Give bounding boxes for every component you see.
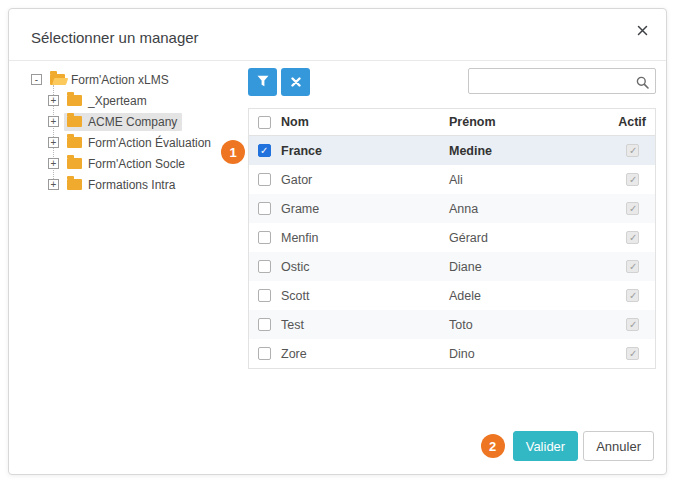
actif-checkbox (626, 202, 639, 215)
cell-nom: Zore (281, 347, 449, 361)
tree-node[interactable]: _Xperteam (64, 92, 152, 110)
table-row[interactable]: Scott Adele (249, 281, 655, 310)
funnel-icon (257, 75, 269, 90)
dialog-header: Sélectionner un manager (9, 9, 666, 60)
actif-checkbox (626, 347, 639, 360)
step-2-badge: 2 (481, 434, 505, 458)
actif-checkbox (626, 260, 639, 273)
folder-icon (67, 179, 82, 190)
cell-nom: France (281, 144, 449, 158)
folder-icon (50, 74, 65, 85)
tree-item[interactable]: - Form'Action xLMS (31, 69, 248, 90)
cell-prenom: Adele (449, 289, 626, 303)
table-header: Nom Prénom Actif (249, 109, 655, 136)
cell-prenom: Diane (449, 260, 626, 274)
cell-nom: Gator (281, 173, 449, 187)
tree-node[interactable]: Form'Action Évaluation (64, 134, 216, 152)
tree-expander-icon[interactable]: + (48, 158, 59, 169)
x-cross-icon (291, 75, 301, 90)
row-checkbox[interactable] (258, 173, 271, 186)
tree-item-label: Form'Action Évaluation (88, 136, 211, 150)
select-all-checkbox[interactable] (258, 116, 271, 129)
dialog-footer: 2 Valider Annuler (9, 431, 666, 474)
row-checkbox[interactable] (258, 144, 271, 157)
row-checkbox[interactable] (258, 202, 271, 215)
close-icon[interactable] (634, 22, 650, 38)
actif-checkbox (626, 318, 639, 331)
tree-item[interactable]: + _Xperteam (48, 90, 248, 111)
table-row[interactable]: Test Toto (249, 310, 655, 339)
tree-node[interactable]: Formations Intra (64, 176, 180, 194)
tree-node[interactable]: Form'Action xLMS (47, 71, 174, 89)
tree-expander-icon[interactable]: + (48, 179, 59, 190)
search-input[interactable] (468, 68, 656, 94)
actif-checkbox (626, 231, 639, 244)
row-checkbox[interactable] (258, 260, 271, 273)
tree-expander-icon[interactable]: + (48, 95, 59, 106)
filter-button[interactable] (248, 68, 277, 96)
table-row[interactable]: France Medine (249, 136, 655, 165)
table-row[interactable]: Zore Dino (249, 339, 655, 368)
row-checkbox[interactable] (258, 318, 271, 331)
step-1-badge: 1 (221, 140, 245, 164)
table-row[interactable]: Grame Anna (249, 194, 655, 223)
actif-checkbox (626, 173, 639, 186)
tree-item-label: Formations Intra (88, 178, 175, 192)
folder-icon (67, 137, 82, 148)
tree-item[interactable]: + Formations Intra (48, 174, 248, 195)
dialog-title: Sélectionner un manager (31, 29, 642, 47)
managers-table: Nom Prénom Actif France Medine Gator Ali… (248, 108, 656, 369)
cell-prenom: Dino (449, 347, 626, 361)
tree-item[interactable]: + ACME Company (48, 111, 248, 132)
tree-node[interactable]: Form'Action Socle (64, 155, 190, 173)
table-row[interactable]: Ostic Diane (249, 252, 655, 281)
cell-nom: Test (281, 318, 449, 332)
column-header-prenom: Prénom (449, 115, 618, 129)
validate-button[interactable]: Valider (513, 431, 579, 461)
folder-icon (67, 95, 82, 106)
tree-item-label: ACME Company (88, 115, 177, 129)
tree-root: - Form'Action xLMS (31, 69, 248, 90)
folder-icon (67, 116, 82, 127)
clear-filter-button[interactable] (281, 68, 310, 96)
tree-item[interactable]: + Form'Action Évaluation (48, 132, 248, 153)
actif-checkbox (626, 289, 639, 302)
cancel-button[interactable]: Annuler (583, 431, 654, 461)
row-checkbox[interactable] (258, 289, 271, 302)
table-row[interactable]: Menfin Gérard (249, 223, 655, 252)
tree-item-label: Form'Action xLMS (71, 73, 169, 87)
table-row[interactable]: Gator Ali (249, 165, 655, 194)
filter-button-group (248, 68, 310, 96)
table-body: France Medine Gator Ali Grame Anna Menfi… (249, 136, 655, 368)
table-toolbar (248, 68, 656, 108)
tree-expander-icon[interactable]: - (31, 74, 42, 85)
tree-item-label: _Xperteam (88, 94, 147, 108)
cell-nom: Scott (281, 289, 449, 303)
row-checkbox[interactable] (258, 347, 271, 360)
cell-prenom: Toto (449, 318, 626, 332)
tree-item-label: Form'Action Socle (88, 157, 185, 171)
cell-prenom: Ali (449, 173, 626, 187)
cell-nom: Grame (281, 202, 449, 216)
actif-checkbox (626, 144, 639, 157)
column-header-nom: Nom (281, 115, 449, 129)
select-manager-dialog: Sélectionner un manager - Form'Action xL… (8, 8, 667, 475)
folder-icon (67, 158, 82, 169)
manager-panel: Nom Prénom Actif France Medine Gator Ali… (248, 68, 656, 431)
tree-expander-icon[interactable]: + (48, 116, 59, 127)
search-box (468, 68, 656, 94)
cell-prenom: Gérard (449, 231, 626, 245)
cell-nom: Ostic (281, 260, 449, 274)
cell-prenom: Anna (449, 202, 626, 216)
tree-item[interactable]: + Form'Action Socle (48, 153, 248, 174)
tree-expander-icon[interactable]: + (48, 137, 59, 148)
column-header-actif: Actif (618, 115, 646, 129)
tree-node[interactable]: ACME Company (64, 113, 182, 131)
row-checkbox[interactable] (258, 231, 271, 244)
dialog-body: - Form'Action xLMS + _Xperteam + ACME Co… (9, 61, 666, 431)
cell-nom: Menfin (281, 231, 449, 245)
folder-tree: - Form'Action xLMS + _Xperteam + ACME Co… (31, 68, 248, 431)
cell-prenom: Medine (449, 144, 626, 158)
tree-children: + _Xperteam + ACME Company + Form'Action… (48, 90, 248, 195)
